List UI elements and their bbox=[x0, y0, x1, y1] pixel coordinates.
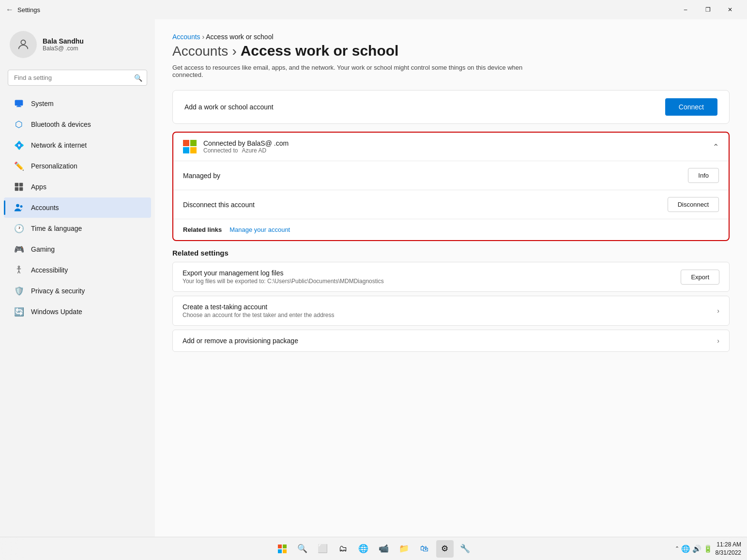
nav-item-bluetooth[interactable]: ⬡ Bluetooth & devices bbox=[4, 114, 151, 135]
titlebar: ← Settings – ❐ ✕ bbox=[0, 0, 747, 19]
accounts-icon bbox=[14, 202, 24, 213]
start-button[interactable] bbox=[274, 540, 291, 558]
clock-time: 11:28 AM bbox=[716, 541, 741, 549]
user-email: BalaS@ .com bbox=[43, 45, 84, 52]
disconnect-button[interactable]: Disconnect bbox=[668, 197, 719, 212]
breadcrumb-current: Access work or school bbox=[206, 33, 273, 41]
page-title: Accounts › Access work or school bbox=[172, 43, 730, 59]
file-manager-button[interactable]: 📁 bbox=[396, 540, 413, 558]
nav-item[interactable]: System bbox=[4, 93, 151, 114]
connected-header-left: Connected by BalaS@ .com Connected to Az… bbox=[183, 139, 289, 154]
chevron-right-icon-2: › bbox=[717, 337, 719, 345]
related-links-label: Related links bbox=[183, 226, 222, 233]
windows-update-icon: 🔄 bbox=[14, 306, 24, 317]
chevron-up-tray-icon[interactable]: ⌃ bbox=[675, 545, 679, 552]
export-button[interactable]: Export bbox=[681, 270, 719, 285]
main-content: Accounts › Access work or school Account… bbox=[155, 19, 747, 537]
taskbar: 🔍 ⬜ 🗂 🌐 📹 📁 🛍 ⚙ 🔧 bbox=[0, 537, 747, 560]
svg-rect-1 bbox=[15, 100, 23, 106]
file-manager-icon: 📁 bbox=[399, 544, 409, 554]
svg-line-14 bbox=[19, 271, 20, 273]
battery-tray-icon[interactable]: 🔋 bbox=[703, 545, 713, 553]
nav-label-apps: Apps bbox=[31, 183, 46, 191]
svg-rect-7 bbox=[19, 187, 23, 191]
nav-item-personalization[interactable]: ✏️ Personalization bbox=[4, 156, 151, 176]
speaker-tray-icon[interactable]: 🔊 bbox=[692, 545, 701, 553]
disconnect-row: Disconnect this account Disconnect bbox=[173, 190, 729, 219]
breadcrumb: Accounts › Access work or school bbox=[172, 33, 730, 41]
bluetooth-icon: ⬡ bbox=[14, 119, 24, 130]
info-button[interactable]: Info bbox=[688, 168, 719, 183]
minimize-button[interactable]: – bbox=[674, 2, 697, 17]
user-name: Bala Sandhu bbox=[43, 37, 84, 45]
provisioning-row[interactable]: Add or remove a provisioning package › bbox=[172, 330, 730, 352]
zoom-button[interactable]: 📹 bbox=[375, 540, 393, 558]
test-account-info: Create a test-taking account Choose an a… bbox=[183, 303, 335, 318]
nav-item-windows-update[interactable]: 🔄 Windows Update bbox=[4, 302, 151, 322]
ms-logo-yellow bbox=[190, 147, 197, 153]
nav-label-windows-update: Windows Update bbox=[31, 308, 82, 316]
connected-to-label: Connected to bbox=[203, 147, 238, 154]
search-icon: 🔍 bbox=[134, 74, 142, 82]
user-profile: Bala Sandhu BalaS@ .com bbox=[0, 25, 155, 68]
provisioning-title: Add or remove a provisioning package bbox=[183, 337, 298, 345]
sidebar: Bala Sandhu BalaS@ .com 🔍 System ⬡ Bluet… bbox=[0, 19, 155, 537]
app-layout: Bala Sandhu BalaS@ .com 🔍 System ⬡ Bluet… bbox=[0, 19, 747, 537]
nav-label-time: Time & language bbox=[31, 225, 82, 232]
nav-item-gaming[interactable]: 🎮 Gaming bbox=[4, 239, 151, 259]
svg-rect-6 bbox=[15, 187, 19, 191]
edge-button[interactable]: 🌐 bbox=[355, 540, 372, 558]
chevron-right-icon: › bbox=[717, 307, 719, 315]
nav-item-accounts[interactable]: Accounts bbox=[4, 197, 151, 218]
file-explorer-icon: 🗂 bbox=[339, 544, 347, 554]
nav-item-privacy[interactable]: 🛡️ Privacy & security bbox=[4, 281, 151, 301]
nav-label-gaming: Gaming bbox=[31, 245, 55, 253]
nav-item-accessibility[interactable]: Accessibility bbox=[4, 260, 151, 280]
taskbar-center: 🔍 ⬜ 🗂 🌐 📹 📁 🛍 ⚙ 🔧 bbox=[274, 540, 474, 558]
manage-account-link[interactable]: Manage your account bbox=[229, 226, 290, 233]
taskview-button[interactable]: ⬜ bbox=[314, 540, 332, 558]
personalization-icon: ✏️ bbox=[14, 161, 24, 171]
breadcrumb-parent[interactable]: Accounts bbox=[172, 33, 200, 41]
svg-point-9 bbox=[20, 205, 23, 208]
clock[interactable]: 11:28 AM 8/31/2022 bbox=[716, 541, 741, 557]
search-input[interactable] bbox=[8, 70, 147, 86]
svg-line-13 bbox=[18, 271, 19, 273]
nav-item-network[interactable]: 💠 Network & internet bbox=[4, 135, 151, 155]
related-links-row: Related links Manage your account bbox=[173, 219, 729, 240]
managed-by-row: Managed by Info bbox=[173, 161, 729, 190]
nav-label-bluetooth: Bluetooth & devices bbox=[31, 121, 91, 128]
system-icon bbox=[14, 98, 24, 109]
win-b bbox=[278, 549, 282, 553]
back-icon[interactable]: ← bbox=[6, 5, 14, 14]
nav-label-network: Network & internet bbox=[31, 141, 87, 149]
connected-header: Connected by BalaS@ .com Connected to Az… bbox=[173, 133, 729, 161]
svg-point-10 bbox=[18, 266, 19, 268]
connected-to-value: Azure AD bbox=[242, 147, 266, 154]
nav-item-time[interactable]: 🕐 Time & language bbox=[4, 218, 151, 239]
taskbar-search-button[interactable]: 🔍 bbox=[294, 540, 311, 558]
connect-button[interactable]: Connect bbox=[665, 98, 717, 116]
close-button[interactable]: ✕ bbox=[719, 2, 741, 17]
network-tray-icon[interactable]: 🌐 bbox=[681, 545, 690, 553]
privacy-icon: 🛡️ bbox=[14, 286, 24, 296]
system-tray: ⌃ 🌐 🔊 🔋 bbox=[675, 545, 713, 553]
search-box: 🔍 bbox=[8, 70, 147, 86]
nav-item-apps[interactable]: Apps bbox=[4, 177, 151, 197]
svg-point-0 bbox=[21, 40, 25, 45]
settings-taskbar-button[interactable]: ⚙ bbox=[436, 540, 454, 558]
nav-label-system: System bbox=[31, 100, 54, 107]
nav-label-accounts: Accounts bbox=[31, 204, 59, 212]
export-logs-title: Export your management log files bbox=[183, 269, 384, 277]
file-explorer-button[interactable]: 🗂 bbox=[335, 540, 352, 558]
disconnect-label: Disconnect this account bbox=[183, 201, 255, 209]
store-button[interactable]: 🛍 bbox=[416, 540, 433, 558]
maximize-button[interactable]: ❐ bbox=[697, 2, 719, 17]
collapse-icon[interactable]: ⌃ bbox=[713, 142, 719, 151]
tools-button[interactable]: 🔧 bbox=[457, 540, 474, 558]
page-title-main: Access work or school bbox=[241, 43, 399, 59]
connected-sub: Connected to Azure AD bbox=[203, 147, 289, 154]
avatar bbox=[10, 31, 37, 58]
win-g bbox=[283, 545, 287, 548]
test-account-row[interactable]: Create a test-taking account Choose an a… bbox=[172, 296, 730, 326]
